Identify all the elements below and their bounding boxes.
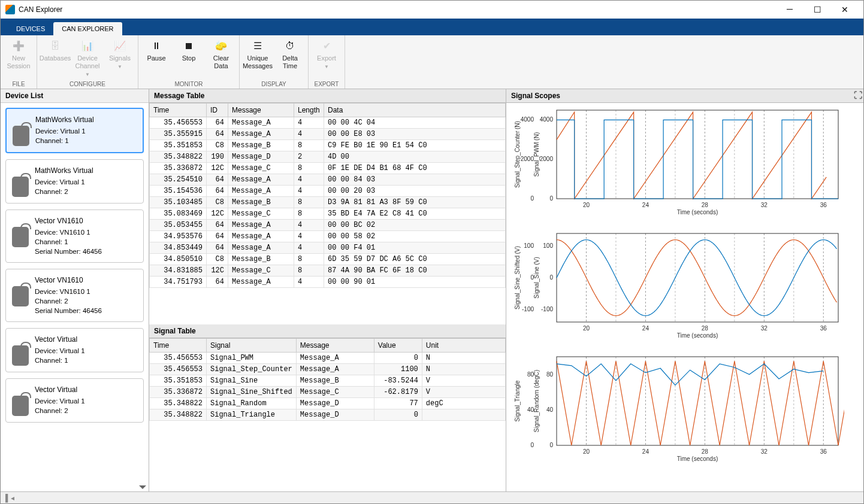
svg-text:Time (seconds): Time (seconds) bbox=[677, 456, 718, 462]
column-header[interactable]: Value bbox=[374, 339, 422, 353]
list-icon: ☰ bbox=[252, 40, 264, 52]
device-card[interactable]: MathWorks VirtualDevice: Virtual 1Channe… bbox=[5, 108, 144, 153]
device-list-title: Device List bbox=[1, 89, 149, 103]
device-detail: Serial Number: 46456 bbox=[35, 247, 102, 256]
table-row[interactable]: 34.75179364Message_A400 00 90 01 bbox=[150, 277, 506, 288]
svg-text:40: 40 bbox=[546, 406, 554, 413]
table-row[interactable]: 35.25451064Message_A400 00 84 03 bbox=[150, 174, 506, 186]
table-cell: 35.351853 bbox=[150, 375, 207, 387]
table-row[interactable]: 35.35591564Message_A400 00 E8 03 bbox=[150, 129, 506, 140]
pause-button[interactable]: ⏸Pause bbox=[141, 38, 172, 81]
delta-time-button[interactable]: ⏱DeltaTime bbox=[274, 38, 306, 81]
column-header[interactable]: Time bbox=[150, 339, 207, 353]
back-icon[interactable]: ▌◂ bbox=[5, 494, 14, 502]
svg-text:2000: 2000 bbox=[540, 156, 554, 162]
column-header[interactable]: ID bbox=[207, 104, 228, 117]
close-button[interactable]: ✕ bbox=[831, 1, 859, 19]
table-cell: 64 bbox=[207, 277, 228, 288]
table-row[interactable]: 34.95357664Message_A400 00 58 02 bbox=[150, 231, 506, 242]
table-cell: 77 bbox=[374, 398, 422, 409]
device-card[interactable]: Vector VirtualDevice: Virtual 1Channel: … bbox=[5, 378, 144, 423]
table-row[interactable]: 35.45655364Message_A400 00 4C 04 bbox=[150, 117, 506, 129]
ribbon-toolbar: ➕NewSessionFILE🗄Databases📊DeviceChannel▼… bbox=[1, 35, 863, 89]
device-detail: Device: VN1610 1 bbox=[35, 287, 102, 296]
column-header[interactable]: Unit bbox=[422, 339, 505, 353]
table-cell: Message_D bbox=[296, 398, 374, 409]
table-row[interactable]: 34.85344964Message_A400 00 F4 01 bbox=[150, 242, 506, 254]
device-card[interactable]: Vector VirtualDevice: Virtual 1Channel: … bbox=[5, 328, 144, 372]
tab-can-explorer[interactable]: CAN EXPLORER bbox=[53, 22, 122, 35]
svg-text:20: 20 bbox=[583, 448, 590, 455]
table-cell: 00 00 84 03 bbox=[324, 174, 506, 186]
table-row[interactable]: 35.103485C8Message_B8D3 9A 81 81 A3 8F 5… bbox=[150, 197, 506, 208]
device-list[interactable]: MathWorks VirtualDevice: Virtual 1Channe… bbox=[1, 103, 149, 491]
table-cell: 35.336872 bbox=[150, 163, 207, 174]
table-cell: 35.083469 bbox=[150, 208, 207, 220]
table-row[interactable]: 35.15453664Message_A400 00 20 03 bbox=[150, 186, 506, 197]
table-row[interactable]: 34.850510C8Message_B86D 35 59 D7 DC A6 5… bbox=[150, 254, 506, 265]
table-cell: V bbox=[422, 375, 505, 387]
table-cell: 1100 bbox=[374, 364, 422, 375]
svg-text:24: 24 bbox=[642, 202, 649, 208]
device-card[interactable]: MathWorks VirtualDevice: Virtual 1Channe… bbox=[5, 159, 144, 204]
table-cell: 34.853449 bbox=[150, 242, 207, 254]
status-bar: ▌◂ bbox=[1, 491, 863, 503]
device-card[interactable]: Vector VN1610Device: VN1610 1Channel: 2S… bbox=[5, 269, 144, 322]
table-row[interactable]: 35.351853C8Message_B8C9 FE B0 1E 90 E1 5… bbox=[150, 140, 506, 151]
table-cell: 00 00 BC 02 bbox=[324, 220, 506, 231]
device-detail: Device: Virtual 1 bbox=[35, 346, 85, 356]
table-cell: Signal_Random bbox=[207, 398, 297, 409]
table-cell: 64 bbox=[207, 117, 228, 129]
table-row[interactable]: 35.08346912CMessage_C835 BD E4 7A E2 C8 … bbox=[150, 208, 506, 220]
tab-devices[interactable]: DEVICES bbox=[8, 22, 53, 35]
maximize-button[interactable]: ☐ bbox=[803, 1, 831, 19]
table-row[interactable]: 35.348822Signal_TriangleMessage_D0 bbox=[150, 409, 506, 421]
table-cell: 4 bbox=[294, 220, 324, 231]
database-icon: 🗄 bbox=[49, 40, 61, 52]
table-cell: Message_B bbox=[228, 197, 294, 208]
table-cell: 35 BD E4 7A E2 C8 41 C0 bbox=[324, 208, 506, 220]
svg-text:80: 80 bbox=[546, 371, 554, 378]
signal-scopes-title: Signal Scopes bbox=[511, 92, 560, 100]
table-row[interactable]: 35.456553Signal_PWMMessage_A0N bbox=[150, 353, 506, 364]
table-row[interactable]: 35.348822Signal_RandomMessage_D77degC bbox=[150, 398, 506, 409]
expand-icon[interactable]: ⛶ bbox=[854, 90, 862, 100]
table-row[interactable]: 35.33687212CMessage_C80F 1E DE D4 B1 68 … bbox=[150, 163, 506, 174]
table-cell: 6D 35 59 D7 DC A6 5C C0 bbox=[324, 254, 506, 265]
table-cell: Signal_PWM bbox=[207, 353, 297, 364]
table-row[interactable]: 35.351853Signal_SineMessage_B-83.5244V bbox=[150, 375, 506, 387]
message-table[interactable]: TimeIDMessageLengthData35.45655364Messag… bbox=[149, 103, 506, 324]
table-row[interactable]: 35.05345564Message_A400 00 BC 02 bbox=[150, 220, 506, 231]
minimize-button[interactable]: ─ bbox=[776, 1, 803, 19]
table-row[interactable]: 35.456553Signal_Step_CounterMessage_A110… bbox=[150, 364, 506, 375]
table-cell: 35.103485 bbox=[150, 197, 207, 208]
ribbon-button-label: NewSession bbox=[7, 54, 30, 70]
table-cell: 8 bbox=[294, 265, 324, 277]
table-row[interactable]: 34.83188512CMessage_C887 4A 90 BA FC 6F … bbox=[150, 265, 506, 277]
table-cell: 35.348822 bbox=[150, 398, 207, 409]
scroll-down-icon[interactable] bbox=[139, 485, 146, 489]
device-detail: Channel: 2 bbox=[35, 406, 85, 415]
clear-data-button[interactable]: 🧽ClearData bbox=[206, 38, 237, 81]
table-row[interactable]: 35.336872Signal_Sine_ShiftedMessage_C-62… bbox=[150, 387, 506, 398]
column-header[interactable]: Time bbox=[150, 104, 207, 117]
table-cell: Message_C bbox=[228, 208, 294, 220]
ribbon-group-label: MONITOR bbox=[141, 81, 237, 89]
column-header[interactable]: Message bbox=[296, 339, 374, 353]
svg-text:0: 0 bbox=[530, 442, 534, 448]
table-cell: 4 bbox=[294, 174, 324, 186]
column-header[interactable]: Length bbox=[294, 104, 324, 117]
column-header[interactable]: Data bbox=[324, 104, 506, 117]
table-row[interactable]: 35.348822190Message_D24D 00 bbox=[150, 151, 506, 163]
svg-text:20: 20 bbox=[583, 325, 590, 332]
svg-text:Time (seconds): Time (seconds) bbox=[677, 209, 718, 215]
table-cell: N bbox=[422, 364, 505, 375]
stop-button[interactable]: ⏹Stop bbox=[173, 38, 204, 81]
table-cell: 8 bbox=[294, 208, 324, 220]
signal-table[interactable]: TimeSignalMessageValueUnit35.456553Signa… bbox=[149, 338, 506, 491]
column-header[interactable]: Signal bbox=[207, 339, 297, 353]
device-card[interactable]: Vector VN1610Device: VN1610 1Channel: 1S… bbox=[5, 210, 144, 263]
table-cell: Signal_Step_Counter bbox=[207, 364, 297, 375]
column-header[interactable]: Message bbox=[228, 104, 294, 117]
unique-messages-button[interactable]: ☰UniqueMessages bbox=[242, 38, 273, 81]
